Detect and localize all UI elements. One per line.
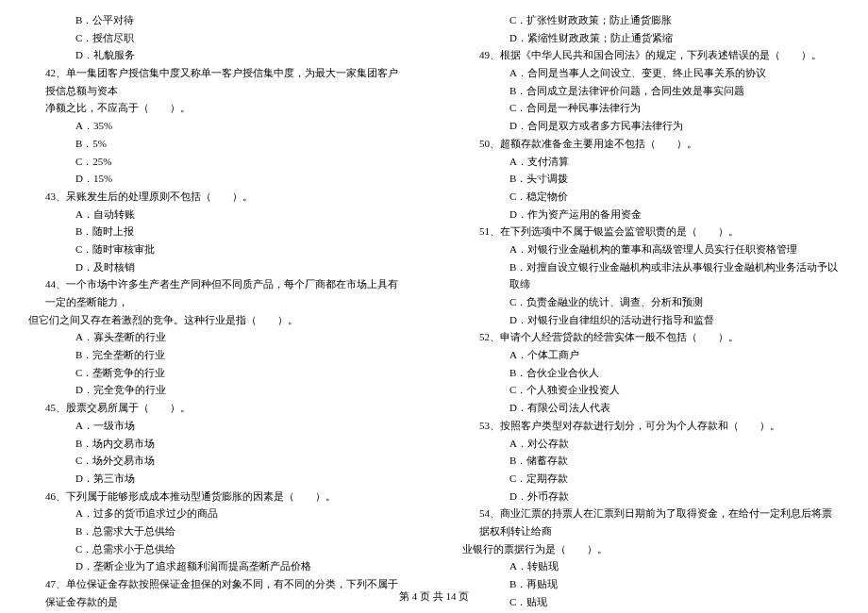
question-continuation: 净额之比，不应高于（ ）。	[28, 99, 406, 117]
option: A．一级市场	[28, 417, 406, 435]
option: C．总需求小于总供给	[28, 540, 406, 558]
question-continuation: 业银行的票据行为是（ ）。	[462, 540, 840, 558]
option: B．合同成立是法律评价问题，合同生效是事实问题	[462, 82, 840, 100]
left-column: B．公平对待C．授信尽职D．礼貌服务42、单一集团客户授信集中度又称单一客户授信…	[28, 11, 406, 613]
option: C．稳定物价	[462, 188, 840, 206]
option: B．对擅自设立银行业金融机构或非法从事银行业金融机构业务活动予以取缔	[462, 258, 840, 293]
option: D．垄断企业为了追求超额利润而提高垄断产品价格	[28, 557, 406, 575]
option: C．扩张性财政政策；防止通货膨胀	[462, 11, 840, 29]
option: D．紧缩性财政政策；防止通货紧缩	[462, 29, 840, 47]
question-continuation: 但它们之间又存在着激烈的竞争。这种行业是指（ ）。	[28, 311, 406, 329]
option: A．自动转账	[28, 206, 406, 224]
right-column: C．扩张性财政政策；防止通货膨胀D．紧缩性财政政策；防止通货紧缩49、根据《中华…	[462, 11, 840, 613]
option: C．随时审核审批	[28, 240, 406, 258]
option: D．15%	[28, 170, 406, 188]
option: D．作为资产运用的备用资金	[462, 206, 840, 224]
option: B．5%	[28, 135, 406, 153]
question-stem: 42、单一集团客户授信集中度又称单一客户授信集中度，为最大一家集团客户授信总额与…	[28, 64, 406, 99]
option: C．场外交易市场	[28, 452, 406, 470]
option: D．有限公司法人代表	[462, 399, 840, 417]
option: A．支付清算	[462, 153, 840, 171]
option: A．35%	[28, 117, 406, 135]
option: B．合伙企业合伙人	[462, 364, 840, 382]
question-stem: 43、呆账发生后的处理原则不包括（ ）。	[28, 188, 406, 206]
option: C．授信尽职	[28, 29, 406, 47]
option: A．个体工商户	[462, 346, 840, 364]
question-stem: 54、商业汇票的持票人在汇票到日期前为了取得资金，在给付一定利息后将票据权利转让…	[462, 505, 840, 539]
option: B．头寸调拨	[462, 170, 840, 188]
option: D．合同是双方或者多方民事法律行为	[462, 117, 840, 135]
option: C．合同是一种民事法律行为	[462, 99, 840, 117]
option: D．及时核销	[28, 258, 406, 276]
question-stem: 51、在下列选项中不属于银监会监管职责的是（ ）。	[462, 223, 840, 240]
page-footer: 第 4 页 共 14 页	[0, 588, 868, 605]
option: D．完全竞争的行业	[28, 381, 406, 399]
option: A．转贴现	[462, 557, 840, 575]
option: C．负责金融业的统计、调查、分析和预测	[462, 293, 840, 311]
option: A．过多的货币追求过少的商品	[28, 505, 406, 522]
option: B．完全垄断的行业	[28, 346, 406, 364]
option: C．垄断竞争的行业	[28, 364, 406, 382]
question-stem: 46、下列属于能够形成成本推动型通货膨胀的因素是（ ）。	[28, 488, 406, 505]
option: B．随时上报	[28, 223, 406, 240]
option: B．总需求大于总供给	[28, 522, 406, 540]
option: D．礼貌服务	[28, 46, 406, 64]
question-stem: 50、超额存款准备金主要用途不包括（ ）。	[462, 135, 840, 153]
question-stem: 45、股票交易所属于（ ）。	[28, 399, 406, 417]
option: C．个人独资企业投资人	[462, 381, 840, 399]
option: A．对公存款	[462, 435, 840, 453]
option: C．25%	[28, 153, 406, 171]
option: B．储蓄存款	[462, 452, 840, 470]
option: B．公平对待	[28, 11, 406, 29]
option: D．第三市场	[28, 470, 406, 488]
question-stem: 49、根据《中华人民共和国合同法》的规定，下列表述错误的是（ ）。	[462, 46, 840, 64]
option: A．对银行业金融机构的董事和高级管理人员实行任职资格管理	[462, 240, 840, 258]
option: A．寡头垄断的行业	[28, 328, 406, 346]
option: A．合同是当事人之间设立、变更、终止民事关系的协议	[462, 64, 840, 82]
option: D．外币存款	[462, 488, 840, 505]
option: B．场内交易市场	[28, 435, 406, 453]
question-stem: 52、申请个人经营贷款的经营实体一般不包括（ ）。	[462, 328, 840, 346]
option: D．对银行业自律组织的活动进行指导和监督	[462, 311, 840, 329]
option: C．定期存款	[462, 470, 840, 488]
question-stem: 53、按照客户类型对存款进行划分，可分为个人存款和（ ）。	[462, 417, 840, 435]
question-stem: 44、一个市场中许多生产者生产同种但不同质产品，每个厂商都在市场上具有一定的垄断…	[28, 275, 406, 310]
